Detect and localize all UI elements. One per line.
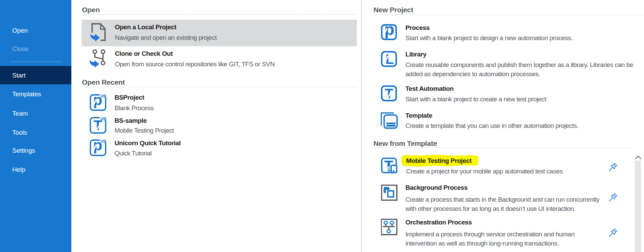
- svg-text:VB: VB: [100, 94, 106, 99]
- svg-text:VB: VB: [100, 117, 106, 121]
- svg-text:VB: VB: [100, 139, 106, 144]
- svg-text:T: T: [385, 86, 393, 101]
